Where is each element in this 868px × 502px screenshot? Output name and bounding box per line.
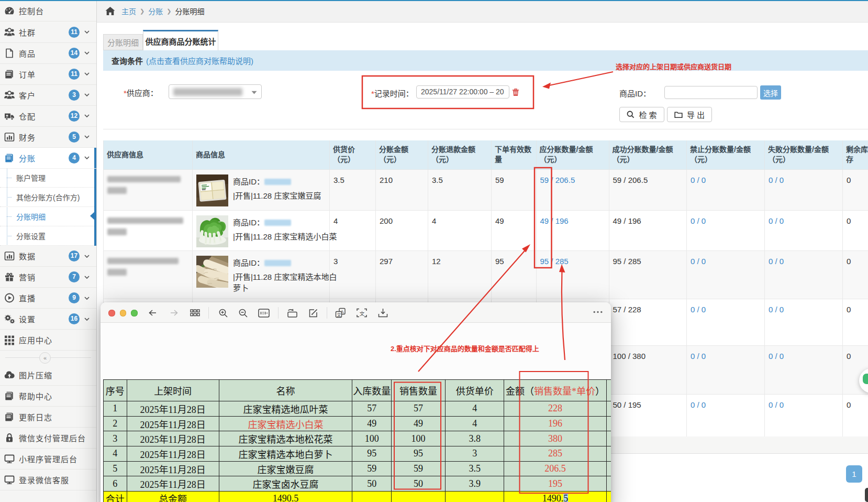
svg-text:文: 文 — [337, 312, 341, 318]
svg-text:文: 文 — [360, 311, 365, 317]
